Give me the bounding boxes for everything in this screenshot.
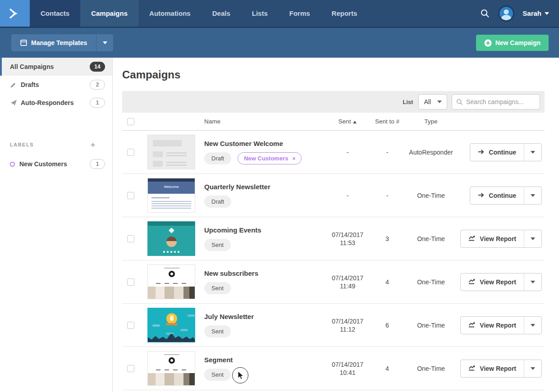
remove-tag-icon[interactable]: × — [292, 155, 295, 162]
nav-tab-deals[interactable]: Deals — [202, 0, 241, 27]
action-button[interactable]: View Report — [461, 360, 524, 377]
campaign-name-link[interactable]: Quarterly Newsletter — [204, 183, 323, 191]
table-toolbar: List All — [122, 91, 545, 113]
action-button[interactable]: Continue — [470, 187, 524, 204]
sidebar-label-new-customers[interactable]: New Customers 1 — [0, 155, 112, 173]
status-badge: Draft — [204, 196, 231, 208]
sort-asc-icon — [353, 121, 357, 123]
nav-tab-automations[interactable]: Automations — [138, 0, 202, 27]
sidebar-item-auto-responders[interactable]: Auto-Responders 1 — [0, 94, 112, 112]
chevron-down-icon — [531, 324, 535, 327]
sent-cell: - — [323, 148, 372, 156]
campaign-rows: New Customer Welcome Draft New Customers… — [122, 131, 545, 390]
list-filter-value: All — [424, 98, 431, 105]
type-cell: One-Time — [402, 235, 460, 243]
list-filter-select[interactable]: All — [418, 94, 447, 109]
action-split-button: Continue — [470, 187, 542, 205]
add-label-button[interactable]: + — [90, 141, 96, 149]
chevron-down-icon — [545, 12, 549, 15]
new-campaign-button[interactable]: New Campaign — [476, 35, 549, 51]
sent-to-cell: 3 — [372, 235, 402, 243]
sent-to-cell: - — [372, 148, 402, 156]
type-cell: One-Time — [402, 191, 460, 200]
sent-time: 11:12 — [340, 326, 355, 333]
sidebar-item-drafts[interactable]: Drafts 2 — [0, 76, 112, 94]
count-badge: 14 — [90, 62, 105, 72]
campaign-row: Welcome Quarterly Newsletter Draft - - O… — [122, 174, 545, 217]
status-badge: Draft — [204, 152, 231, 164]
campaign-thumbnail[interactable] — [147, 221, 195, 256]
action-split-button: Continue — [470, 143, 542, 161]
action-button-label: View Report — [480, 235, 516, 242]
search-icon[interactable] — [480, 9, 490, 18]
sent-time: 10:41 — [339, 369, 355, 376]
column-header-name[interactable]: Name — [204, 118, 323, 125]
campaign-thumbnail[interactable] — [147, 308, 195, 342]
row-checkbox[interactable] — [127, 322, 134, 329]
nav-tab-contacts[interactable]: Contacts — [30, 0, 80, 27]
campaign-name-link[interactable]: July Newsletter — [204, 313, 323, 320]
action-dropdown[interactable] — [524, 230, 541, 247]
campaign-name-link[interactable]: New subscribers — [204, 269, 323, 277]
select-all-checkbox[interactable] — [127, 118, 134, 125]
sent-cell: - — [323, 191, 372, 200]
campaign-thumbnail[interactable] — [147, 264, 195, 299]
row-checkbox[interactable] — [127, 149, 134, 156]
user-menu[interactable]: Sarah — [522, 9, 549, 17]
search-campaigns-input[interactable] — [452, 94, 540, 109]
action-dropdown[interactable] — [524, 273, 541, 291]
campaign-name-link[interactable]: New Customer Welcome — [204, 140, 323, 147]
double-chevron-right-icon — [8, 8, 22, 19]
user-avatar[interactable] — [498, 5, 514, 22]
column-header-sent-to[interactable]: Sent to # — [372, 118, 402, 125]
chevron-down-icon — [103, 41, 107, 44]
campaign-name-link[interactable]: Segment — [204, 356, 323, 364]
campaign-label-tag[interactable]: New Customers × — [238, 152, 302, 164]
nav-tab-lists[interactable]: Lists — [241, 0, 279, 27]
action-button[interactable]: Continue — [470, 144, 524, 161]
nav-tab-forms[interactable]: Forms — [279, 0, 321, 27]
count-badge: 1 — [90, 98, 105, 108]
manage-templates-label: Manage Templates — [31, 39, 87, 46]
campaign-row: New subscribers Sent 07/14/2017 11:49 4 … — [122, 260, 545, 304]
row-checkbox[interactable] — [127, 365, 134, 372]
column-header-sent[interactable]: Sent — [323, 118, 372, 125]
status-badge: Sent — [204, 239, 231, 251]
row-checkbox[interactable] — [127, 192, 134, 199]
sidebar-item-label: All Campaigns — [10, 63, 90, 70]
sent-date: - — [347, 192, 349, 199]
manage-templates-dropdown[interactable] — [96, 34, 113, 51]
manage-templates-split-button: Manage Templates — [11, 34, 113, 51]
action-button[interactable]: View Report — [461, 230, 524, 247]
brand-logo[interactable] — [0, 0, 30, 27]
chevron-down-icon — [531, 237, 535, 240]
sidebar-item-all-campaigns[interactable]: All Campaigns 14 — [0, 58, 112, 76]
sent-to-cell: 6 — [372, 321, 402, 329]
sent-cell: 07/14/2017 11:12 — [323, 317, 372, 333]
thumbnail-text: Welcome — [148, 185, 195, 189]
action-dropdown[interactable] — [524, 144, 541, 161]
action-button-label: Continue — [489, 149, 516, 156]
row-checkbox[interactable] — [127, 278, 134, 286]
action-dropdown[interactable] — [524, 360, 541, 377]
campaign-thumbnail[interactable] — [147, 351, 195, 386]
nav-tab-campaigns[interactable]: Campaigns — [80, 0, 138, 27]
chevron-down-icon — [531, 281, 535, 283]
type-cell: AutoResponder — [402, 148, 460, 156]
action-button-label: View Report — [480, 322, 516, 329]
campaign-thumbnail[interactable]: Welcome — [147, 178, 195, 213]
action-dropdown[interactable] — [524, 187, 541, 204]
action-button[interactable]: View Report — [461, 273, 524, 291]
campaign-name-link[interactable]: Upcoming Events — [204, 226, 323, 234]
continue-arrow-icon — [478, 149, 485, 156]
status-badge: Sent — [204, 325, 231, 337]
action-button[interactable]: View Report — [461, 317, 524, 334]
manage-templates-button[interactable]: Manage Templates — [11, 34, 96, 51]
row-checkbox[interactable] — [127, 235, 134, 242]
main-content: Campaigns List All Name Sent Sent t — [113, 58, 559, 392]
campaign-thumbnail[interactable] — [147, 135, 195, 169]
nav-tab-reports[interactable]: Reports — [321, 0, 368, 27]
action-dropdown[interactable] — [524, 317, 541, 334]
action-button-label: View Report — [480, 278, 516, 286]
column-header-type[interactable]: Type — [402, 118, 460, 125]
